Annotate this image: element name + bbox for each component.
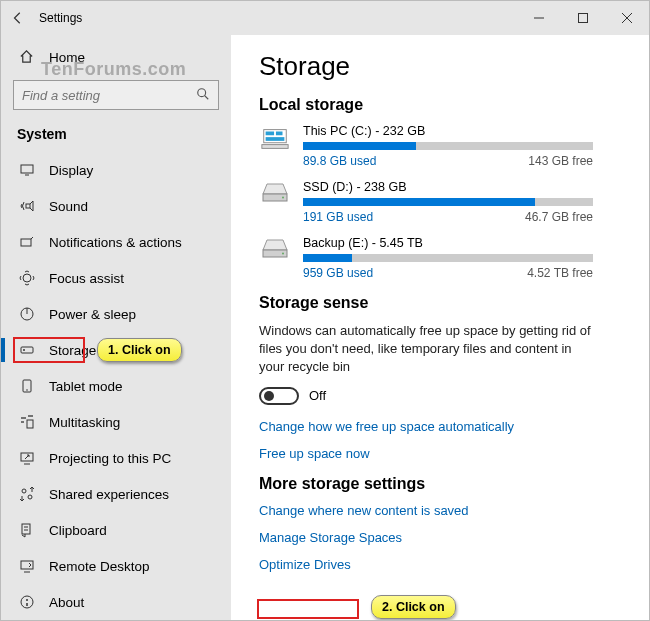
drive-usage-bar — [303, 254, 593, 262]
svg-rect-14 — [21, 347, 33, 353]
drive-icon — [259, 236, 295, 272]
svg-rect-8 — [26, 204, 30, 208]
nav-label: About — [49, 595, 84, 610]
sidebar-item-about[interactable]: About — [1, 584, 231, 620]
main-panel: Storage Local storage This PC (C:) - 232… — [231, 35, 649, 620]
sidebar-item-display[interactable]: Display — [1, 152, 231, 188]
nav-icon — [19, 306, 35, 322]
nav-icon — [19, 234, 35, 250]
nav-label: Projecting to this PC — [49, 451, 171, 466]
sidebar-item-power-sleep[interactable]: Power & sleep — [1, 296, 231, 332]
storage-sense-toggle[interactable]: Off — [259, 387, 627, 405]
callout-two: 2. Click on — [371, 595, 456, 619]
link-change-content-saved[interactable]: Change where new content is saved — [259, 503, 627, 518]
drive-used: 89.8 GB used — [303, 154, 376, 168]
back-button[interactable] — [1, 1, 35, 35]
svg-rect-20 — [27, 420, 33, 428]
link-change-free-up[interactable]: Change how we free up space automaticall… — [259, 419, 627, 434]
search-box[interactable] — [13, 80, 219, 110]
svg-point-4 — [198, 88, 206, 96]
link-free-up-now[interactable]: Free up space now — [259, 446, 627, 461]
drive-name: This PC (C:) - 232 GB — [303, 124, 627, 138]
svg-rect-37 — [262, 145, 288, 149]
drive-usage-bar — [303, 198, 593, 206]
callout-one: 1. Click on — [97, 338, 182, 362]
nav-label: Clipboard — [49, 523, 107, 538]
more-settings-heading: More storage settings — [259, 475, 627, 493]
close-button[interactable] — [605, 1, 649, 35]
sidebar-item-tablet-mode[interactable]: Tablet mode — [1, 368, 231, 404]
drive-usage-bar — [303, 142, 593, 150]
svg-point-15 — [23, 349, 25, 351]
sidebar: Home System DisplaySoundNotifications & … — [1, 35, 231, 620]
drive-free: 4.52 TB free — [527, 266, 593, 280]
search-icon — [196, 87, 210, 104]
nav-label: Power & sleep — [49, 307, 136, 322]
drive-row[interactable]: SSD (D:) - 238 GB191 GB used46.7 GB free — [259, 180, 627, 224]
svg-rect-34 — [266, 132, 274, 136]
drive-name: SSD (D:) - 238 GB — [303, 180, 627, 194]
svg-point-11 — [23, 274, 31, 282]
sidebar-item-notifications-actions[interactable]: Notifications & actions — [1, 224, 231, 260]
toggle-label: Off — [309, 388, 326, 403]
home-icon — [19, 49, 35, 67]
local-storage-heading: Local storage — [259, 96, 627, 114]
window-title: Settings — [35, 11, 517, 25]
drive-free: 46.7 GB free — [525, 210, 593, 224]
nav-label: Notifications & actions — [49, 235, 182, 250]
svg-rect-1 — [579, 14, 588, 23]
nav-label: Remote Desktop — [49, 559, 150, 574]
page-heading: Storage — [259, 51, 627, 82]
titlebar: Settings — [1, 1, 649, 35]
svg-point-30 — [21, 596, 33, 608]
sidebar-item-remote-desktop[interactable]: Remote Desktop — [1, 548, 231, 584]
nav-label: Focus assist — [49, 271, 124, 286]
nav-icon — [19, 414, 35, 430]
nav-icon — [19, 522, 35, 538]
svg-point-17 — [26, 389, 28, 391]
nav-icon — [19, 558, 35, 574]
link-manage-storage-spaces[interactable]: Manage Storage Spaces — [259, 530, 627, 545]
sidebar-item-sound[interactable]: Sound — [1, 188, 231, 224]
nav-icon — [19, 378, 35, 394]
nav-label: Tablet mode — [49, 379, 123, 394]
sidebar-item-focus-assist[interactable]: Focus assist — [1, 260, 231, 296]
svg-rect-6 — [21, 165, 33, 173]
drive-row[interactable]: Backup (E:) - 5.45 TB959 GB used4.52 TB … — [259, 236, 627, 280]
storage-sense-heading: Storage sense — [259, 294, 627, 312]
nav-label: Sound — [49, 199, 88, 214]
sidebar-item-shared-experiences[interactable]: Shared experiences — [1, 476, 231, 512]
sidebar-home[interactable]: Home — [1, 41, 231, 74]
drive-used: 959 GB used — [303, 266, 373, 280]
svg-line-5 — [205, 95, 209, 99]
link-optimize-drives[interactable]: Optimize Drives — [259, 557, 627, 572]
nav-icon — [19, 594, 35, 610]
drive-icon — [259, 180, 295, 216]
nav-icon — [19, 270, 35, 286]
svg-point-24 — [28, 495, 32, 499]
nav-label: Display — [49, 163, 93, 178]
nav-icon — [19, 450, 35, 466]
nav-icon — [19, 342, 35, 358]
svg-point-39 — [282, 197, 284, 199]
drive-used: 191 GB used — [303, 210, 373, 224]
minimize-button[interactable] — [517, 1, 561, 35]
drive-row[interactable]: This PC (C:) - 232 GB89.8 GB used143 GB … — [259, 124, 627, 168]
drive-free: 143 GB free — [528, 154, 593, 168]
svg-line-10 — [31, 237, 33, 239]
sidebar-item-projecting-to-this-pc[interactable]: Projecting to this PC — [1, 440, 231, 476]
maximize-button[interactable] — [561, 1, 605, 35]
search-input[interactable] — [22, 88, 196, 103]
sidebar-item-multitasking[interactable]: Multitasking — [1, 404, 231, 440]
toggle-switch[interactable] — [259, 387, 299, 405]
svg-rect-36 — [266, 137, 285, 141]
sidebar-item-clipboard[interactable]: Clipboard — [1, 512, 231, 548]
sidebar-category: System — [1, 120, 231, 152]
drive-icon — [259, 124, 295, 160]
svg-rect-25 — [22, 524, 30, 534]
nav-icon — [19, 198, 35, 214]
svg-point-41 — [282, 253, 284, 255]
home-label: Home — [49, 50, 85, 65]
nav-label: Multitasking — [49, 415, 120, 430]
nav-icon — [19, 486, 35, 502]
